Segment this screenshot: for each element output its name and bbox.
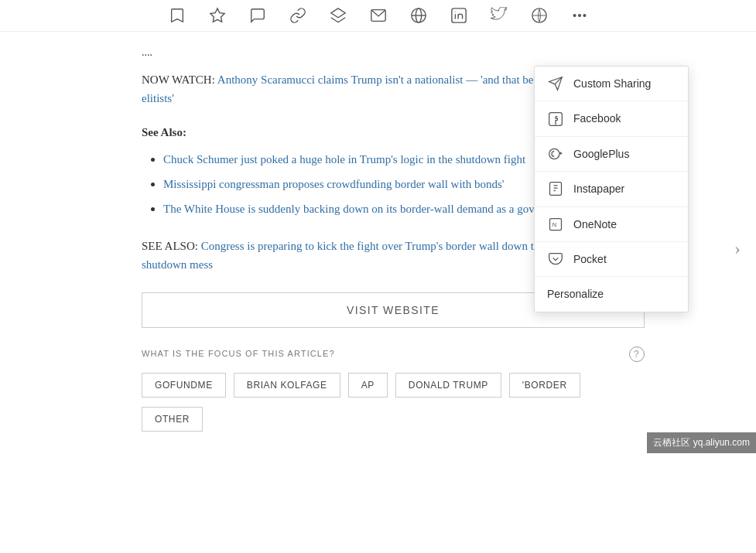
- instapaper-label: Instapaper: [573, 180, 624, 197]
- see-also-link-2[interactable]: Mississippi congressman proposes crowdfu…: [163, 178, 505, 190]
- pocket-icon: [547, 251, 564, 268]
- twitter-icon[interactable]: [490, 6, 508, 25]
- facebook-icon: [547, 111, 564, 128]
- focus-label-text: WHAT IS THE FOCUS OF THIS ARTICLE?: [142, 347, 335, 361]
- next-arrow[interactable]: ›: [734, 234, 741, 263]
- send-icon: [547, 75, 564, 92]
- dots: ....: [142, 44, 694, 61]
- tag-other[interactable]: OTHER: [142, 407, 203, 432]
- svg-marker-0: [210, 9, 224, 22]
- dropdown-item-googleplus[interactable]: GooglePlus: [535, 137, 688, 172]
- email-icon[interactable]: [369, 6, 388, 25]
- svg-point-10: [573, 15, 576, 17]
- watermark: 云栖社区 yq.aliyun.com: [647, 432, 756, 453]
- dropdown-item-custom-sharing[interactable]: Custom Sharing: [535, 67, 688, 101]
- linkedin-icon[interactable]: [450, 6, 468, 25]
- svg-marker-1: [330, 9, 344, 18]
- googleplus-icon: [547, 145, 564, 162]
- custom-sharing-label: Custom Sharing: [573, 75, 651, 92]
- tag-gofundme[interactable]: GOFUNDME: [142, 373, 226, 398]
- googleplus-label: GooglePlus: [573, 145, 629, 162]
- bookmark-icon[interactable]: [168, 6, 186, 25]
- tag-border[interactable]: 'BORDER: [509, 373, 580, 398]
- tags-row-2: OTHER: [142, 407, 694, 432]
- svg-text:N: N: [552, 221, 556, 228]
- facebook-label: Facebook: [573, 110, 621, 127]
- dropdown-item-facebook[interactable]: Facebook: [535, 101, 688, 136]
- pocket-label: Pocket: [573, 251, 607, 268]
- translate-icon[interactable]: [409, 6, 428, 25]
- tag-icon[interactable]: [248, 6, 267, 25]
- svg-point-11: [578, 15, 580, 17]
- link-icon[interactable]: [289, 6, 307, 25]
- svg-rect-6: [451, 9, 465, 22]
- svg-point-16: [549, 148, 559, 159]
- more-icon[interactable]: [570, 6, 589, 25]
- dropdown-item-onenote[interactable]: N OneNote: [535, 207, 688, 242]
- dropdown-item-personalize[interactable]: Personalize: [535, 277, 688, 311]
- dropdown-item-pocket[interactable]: Pocket: [535, 242, 688, 277]
- onenote-icon: N: [547, 216, 564, 233]
- tags-row: GOFUNDME BRIAN KOLFAGE AP DONALD TRUMP '…: [142, 373, 694, 398]
- help-icon[interactable]: ?: [629, 346, 645, 362]
- onenote-label: OneNote: [573, 216, 617, 233]
- share-dropdown: Custom Sharing Facebook Goog: [534, 66, 689, 312]
- personalize-label: Personalize: [547, 285, 604, 302]
- tag-donald-trump[interactable]: DONALD TRUMP: [395, 373, 501, 398]
- toolbar: [0, 0, 756, 32]
- dropdown-item-instapaper[interactable]: Instapaper: [535, 172, 688, 207]
- see-also-block-label: SEE ALSO:: [142, 240, 198, 252]
- tag-brian-kolfage[interactable]: BRIAN KOLFAGE: [234, 373, 340, 398]
- wordpress-icon[interactable]: [530, 6, 549, 25]
- see-also-link-1[interactable]: Chuck Schumer just poked a huge hole in …: [163, 153, 525, 166]
- star-icon[interactable]: [208, 6, 227, 25]
- layers-icon[interactable]: [329, 6, 347, 25]
- svg-point-12: [583, 15, 586, 17]
- svg-rect-19: [550, 183, 562, 196]
- now-watch-label: NOW WATCH:: [142, 73, 215, 86]
- focus-label-row: WHAT IS THE FOCUS OF THIS ARTICLE? ?: [142, 346, 645, 362]
- tag-ap[interactable]: AP: [348, 373, 388, 398]
- instapaper-icon: [547, 180, 564, 197]
